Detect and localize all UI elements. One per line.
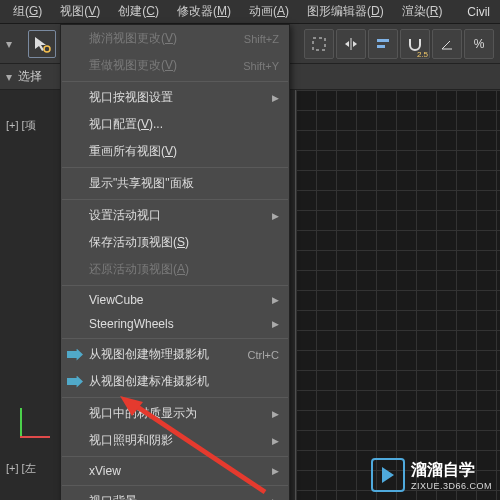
menu-group[interactable]: 组(G) [4, 3, 51, 20]
snap-badge: 2.5 [417, 50, 428, 59]
toolbar-dropdown-icon[interactable]: ▾ [6, 37, 20, 51]
angle-snap-button[interactable] [432, 29, 462, 59]
watermark-play-icon [371, 458, 405, 492]
snap-toggle-button[interactable]: 2.5 [400, 29, 430, 59]
menu-render[interactable]: 渲染(R) [393, 3, 452, 20]
viewport-label-left[interactable]: [+] [左 [6, 461, 36, 476]
submenu-arrow-icon: ▶ [272, 497, 279, 501]
menu-shared-view-panel[interactable]: 显示"共享视图"面板 [61, 170, 289, 197]
cursor-icon [33, 35, 51, 53]
camera-icon [67, 349, 83, 361]
camera-icon [67, 376, 83, 388]
axis-y-icon [20, 408, 22, 438]
menubar-app-label: Civil [467, 5, 496, 19]
menu-undo-view[interactable]: 撤消视图更改(V)Shift+Z [61, 25, 289, 52]
menu-separator [62, 456, 288, 457]
menu-viewport-config[interactable]: 视口配置(V)... [61, 111, 289, 138]
menu-view[interactable]: 视图(V) [51, 3, 109, 20]
submenu-arrow-icon: ▶ [272, 436, 279, 446]
svg-marker-4 [345, 41, 349, 47]
menu-viewport-background[interactable]: 视口背景▶ [61, 488, 289, 500]
menu-create-physical-camera[interactable]: 从视图创建物理摄影机Ctrl+C [61, 341, 289, 368]
watermark-title: 溜溜自学 [411, 460, 492, 481]
menu-separator [62, 397, 288, 398]
menu-animation[interactable]: 动画(A) [240, 3, 298, 20]
menu-set-active-viewport[interactable]: 设置活动视口▶ [61, 202, 289, 229]
menu-create-standard-camera[interactable]: 从视图创建标准摄影机 [61, 368, 289, 395]
percent-icon: % [474, 37, 485, 51]
align-icon [375, 36, 391, 52]
axis-x-icon [20, 436, 50, 438]
toolbar-right-group: 2.5 % [304, 29, 494, 59]
menu-material-display[interactable]: 视口中的材质显示为▶ [61, 400, 289, 427]
submenu-arrow-icon: ▶ [272, 319, 279, 329]
menu-viewcube[interactable]: ViewCube▶ [61, 288, 289, 312]
menu-separator [62, 338, 288, 339]
submenu-arrow-icon: ▶ [272, 211, 279, 221]
svg-point-1 [44, 46, 50, 52]
menu-steeringwheels[interactable]: SteeringWheels▶ [61, 312, 289, 336]
svg-rect-2 [313, 38, 325, 50]
svg-rect-7 [377, 45, 385, 48]
viewport-grid[interactable] [295, 90, 500, 500]
svg-marker-5 [353, 41, 357, 47]
create-selection-set-button[interactable] [304, 29, 334, 59]
submenu-arrow-icon: ▶ [272, 295, 279, 305]
menu-modifier[interactable]: 修改器(M) [168, 3, 240, 20]
menu-redo-view[interactable]: 重做视图更改(V)Shift+Y [61, 52, 289, 79]
percent-snap-button[interactable]: % [464, 29, 494, 59]
menu-xview[interactable]: xView▶ [61, 459, 289, 483]
select-tool-button[interactable] [28, 30, 56, 58]
align-button[interactable] [368, 29, 398, 59]
viewport-label-top[interactable]: [+] [项 [6, 118, 36, 133]
menu-separator [62, 485, 288, 486]
menu-graph-editor[interactable]: 图形编辑器(D) [298, 3, 393, 20]
menu-restore-active-view[interactable]: 还原活动顶视图(A) [61, 256, 289, 283]
angle-icon [439, 36, 455, 52]
menubar: 组(G) 视图(V) 创建(C) 修改器(M) 动画(A) 图形编辑器(D) 渲… [0, 0, 500, 24]
submenu-arrow-icon: ▶ [272, 466, 279, 476]
sub-dropdown-icon[interactable]: ▾ [6, 70, 12, 84]
menu-save-active-view[interactable]: 保存活动顶视图(S) [61, 229, 289, 256]
menu-separator [62, 199, 288, 200]
watermark-url: ZIXUE.3D66.COM [411, 481, 492, 491]
bracket-select-icon [311, 36, 327, 52]
menu-redraw-all[interactable]: 重画所有视图(V) [61, 138, 289, 165]
menu-viewport-by-view[interactable]: 视口按视图设置▶ [61, 84, 289, 111]
submenu-arrow-icon: ▶ [272, 93, 279, 103]
menu-separator [62, 285, 288, 286]
svg-rect-6 [377, 39, 389, 42]
mirror-button[interactable] [336, 29, 366, 59]
menu-create[interactable]: 创建(C) [109, 3, 168, 20]
menu-separator [62, 167, 288, 168]
menu-lighting-shadows[interactable]: 视口照明和阴影▶ [61, 427, 289, 454]
mirror-icon [343, 36, 359, 52]
menu-separator [62, 81, 288, 82]
view-dropdown-menu: 撤消视图更改(V)Shift+Z 重做视图更改(V)Shift+Y 视口按视图设… [60, 24, 290, 500]
selection-label: 选择 [18, 68, 42, 85]
watermark: 溜溜自学 ZIXUE.3D66.COM [371, 458, 492, 492]
submenu-arrow-icon: ▶ [272, 409, 279, 419]
